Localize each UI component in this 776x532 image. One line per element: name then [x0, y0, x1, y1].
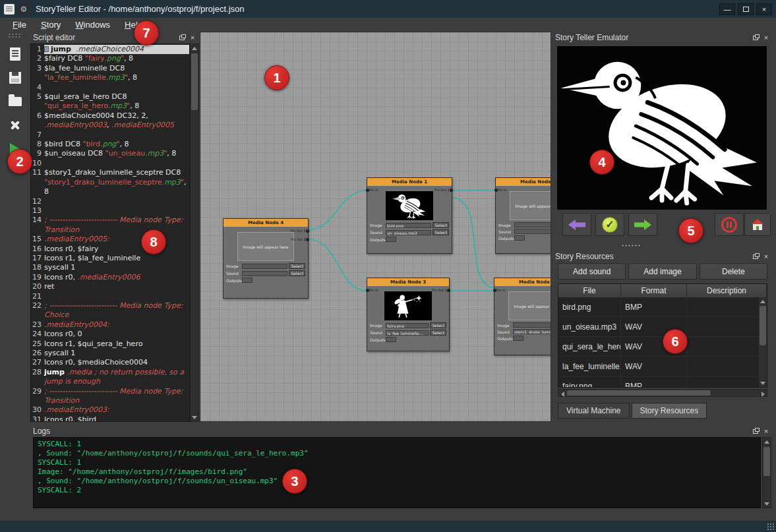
pin-in[interactable] — [366, 189, 369, 192]
table-hscrollbar[interactable] — [558, 389, 767, 397]
pause-button[interactable] — [715, 214, 744, 236]
logs-output[interactable]: SYSCALL: 1, Sound: "/home/anthony/ostpro… — [33, 437, 761, 508]
scroll-thumb[interactable] — [567, 390, 711, 396]
float-icon[interactable] — [178, 34, 186, 42]
media-node[interactable]: Media Node 4 Pin Out 1 Pin Out 2 Image w… — [223, 218, 309, 299]
select-image-button[interactable]: Select — [433, 222, 449, 228]
scroll-right-icon[interactable] — [759, 390, 767, 398]
table-scrollbar[interactable] — [758, 297, 767, 387]
add-image-button[interactable]: Add image — [628, 264, 696, 280]
pin-out[interactable] — [447, 289, 450, 292]
media-node[interactable]: Media Node 1 Pin In Pin Out 1 Imagebird.… — [367, 177, 452, 254]
scroll-thumb[interactable] — [763, 447, 770, 476]
script-line[interactable]: 27lcons r0, $mediaChoice0004 — [31, 358, 189, 367]
table-row[interactable]: un_oiseau.mp3WAV — [558, 317, 767, 337]
scroll-down-icon[interactable] — [191, 413, 198, 421]
select-image-button[interactable]: Select — [430, 322, 446, 328]
media-node[interactable]: Media Node 6 Pin In Image will appear he… — [494, 278, 551, 355]
scroll-down-icon[interactable] — [759, 379, 767, 387]
script-editor[interactable]: 1jump .mediaChoice00042$fairy DC8 "fairy… — [30, 44, 190, 422]
splitter-handle[interactable] — [621, 244, 641, 247]
outputs-stepper[interactable] — [386, 337, 396, 342]
script-line[interactable]: 23.mediaEntry0004: — [31, 320, 189, 330]
script-scrollbar[interactable] — [190, 44, 199, 422]
script-line[interactable]: 7 — [31, 131, 189, 140]
outputs-stepper[interactable] — [386, 237, 396, 242]
script-line[interactable]: 3$la_fee_luminelle DC8 "la_fee_luminelle… — [31, 64, 189, 83]
forward-button[interactable] — [628, 214, 657, 236]
resize-grip[interactable] — [767, 523, 775, 531]
close-icon[interactable]: × — [189, 34, 196, 42]
pin-in[interactable] — [494, 189, 498, 192]
back-button[interactable] — [562, 214, 591, 236]
confirm-button[interactable]: ✓ — [595, 214, 624, 236]
select-image-button[interactable]: Select — [289, 263, 305, 269]
column-header[interactable]: Format — [621, 284, 687, 297]
close-button[interactable]: × — [756, 3, 772, 15]
script-line[interactable]: 30.mediaEntry0003: — [31, 405, 189, 415]
toolbar-handle[interactable] — [8, 33, 22, 38]
save-button[interactable] — [4, 67, 26, 88]
outputs-stepper[interactable] — [513, 336, 523, 341]
script-line[interactable]: 2$fairy DC8 "fairy.png", 8 — [31, 54, 189, 63]
float-icon[interactable] — [752, 428, 760, 435]
scroll-up-icon[interactable] — [191, 44, 198, 52]
outputs-stepper[interactable] — [514, 235, 525, 241]
script-line[interactable]: 4 — [31, 83, 189, 92]
outputs-stepper[interactable] — [242, 278, 253, 283]
script-line[interactable]: 22; -------------------------- Media nod… — [31, 301, 189, 320]
table-row[interactable]: bird.pngBMP — [558, 297, 767, 317]
pin-in[interactable] — [493, 289, 496, 292]
table-row[interactable]: la_fee_luminelle.mp3WAV — [558, 357, 767, 376]
scroll-thumb[interactable] — [191, 53, 198, 110]
node-graph-canvas[interactable]: Media Node 4 Pin Out 1 Pin Out 2 Image w… — [200, 32, 551, 422]
open-button[interactable] — [4, 91, 26, 112]
script-line[interactable]: 13 — [31, 206, 189, 216]
script-line[interactable]: 24lcons r0, 0 — [31, 330, 189, 339]
script-line[interactable]: 12 — [31, 197, 189, 206]
logs-scrollbar[interactable] — [762, 437, 771, 508]
script-line[interactable]: 17lcons r1, $la_fee_luminelle — [31, 254, 189, 263]
scroll-thumb[interactable] — [760, 306, 766, 345]
maximize-button[interactable] — [738, 3, 754, 15]
home-button[interactable] — [744, 214, 771, 236]
node-title[interactable]: Media Node 4 — [224, 219, 308, 227]
node-title[interactable]: Media Node 2 — [496, 178, 551, 186]
pin-out[interactable] — [450, 189, 453, 192]
scroll-up-icon[interactable] — [759, 297, 767, 305]
scroll-left-icon[interactable] — [558, 390, 566, 398]
script-line[interactable]: 6$mediaChoice0004 DC32, 2, .mediaEntry00… — [31, 111, 189, 131]
resources-table[interactable]: FileFormatDescription bird.pngBMPun_oise… — [558, 283, 767, 388]
table-row[interactable]: fairy.pngBMP — [558, 376, 767, 388]
delete-button[interactable]: Delete — [700, 264, 767, 280]
select-sound-button[interactable]: Select — [289, 270, 305, 276]
script-line[interactable]: 20ret — [31, 282, 189, 291]
new-script-button[interactable] — [4, 44, 26, 65]
pin-out[interactable] — [306, 229, 309, 233]
script-line[interactable]: 25lcons r1, $qui_sera_le_hero — [31, 340, 189, 349]
menu-story[interactable]: Story — [35, 19, 67, 30]
media-node[interactable]: Media Node 2 Pin In Image will appear he… — [495, 177, 551, 254]
script-line[interactable]: 18syscall 1 — [31, 263, 189, 272]
add-sound-button[interactable]: Add sound — [558, 264, 626, 280]
scroll-up-icon[interactable] — [763, 438, 771, 446]
script-line[interactable]: 1jump .mediaChoice0004 — [31, 45, 189, 54]
tab-story-resources[interactable]: Story Resources — [632, 403, 707, 419]
column-header[interactable]: Description — [687, 284, 767, 297]
pin-out[interactable] — [306, 238, 309, 241]
script-line[interactable]: 29; -------------------------- Media nod… — [31, 387, 189, 406]
script-line[interactable]: 19lcons r0, .mediaEntry0006 — [31, 273, 189, 282]
node-title[interactable]: Media Node 3 — [367, 278, 449, 286]
script-line[interactable]: 14; -------------------------- Media nod… — [31, 216, 189, 235]
tab-virtual-machine[interactable]: Virtual Machine — [558, 403, 630, 419]
column-header[interactable]: File — [558, 284, 621, 297]
float-icon[interactable] — [752, 34, 760, 42]
node-title[interactable]: Media Node 6 — [494, 278, 551, 286]
script-line[interactable]: 8$bird DC8 "bird.png", 8 — [31, 140, 189, 149]
script-line[interactable]: 9$un_oiseau DC8 "un_oiseau.mp3", 8 — [31, 149, 189, 158]
script-line[interactable]: 21 — [31, 292, 189, 301]
script-line[interactable]: 28jump .media ; no return possible, so a… — [31, 368, 189, 387]
node-title[interactable]: Media Node 1 — [367, 178, 452, 186]
scroll-down-icon[interactable] — [763, 500, 771, 508]
script-line[interactable]: 11$story1_drako_luminelle_sceptre DC8 "s… — [31, 168, 189, 196]
